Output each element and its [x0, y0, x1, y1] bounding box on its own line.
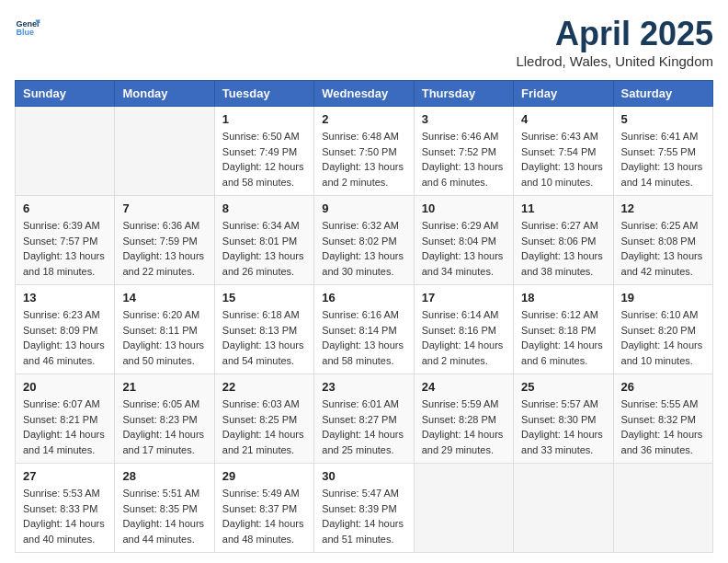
- calendar-cell: 15Sunrise: 6:18 AMSunset: 8:13 PMDayligh…: [214, 285, 313, 374]
- logo: General Blue: [15, 15, 40, 40]
- day-number: 9: [322, 201, 405, 215]
- day-number: 18: [521, 291, 605, 304]
- calendar-cell: 5Sunrise: 6:41 AMSunset: 7:55 PMDaylight…: [613, 107, 712, 196]
- logo-icon: General Blue: [15, 15, 40, 40]
- day-info: Sunrise: 6:46 AMSunset: 7:52 PMDaylight:…: [422, 129, 506, 190]
- calendar-cell: [613, 464, 712, 553]
- day-number: 6: [23, 201, 107, 215]
- calendar-cell: [514, 464, 613, 553]
- calendar-cell: 7Sunrise: 6:36 AMSunset: 7:59 PMDaylight…: [115, 196, 214, 285]
- calendar-week-row: 20Sunrise: 6:07 AMSunset: 8:21 PMDayligh…: [16, 374, 713, 464]
- day-number: 20: [23, 380, 107, 394]
- calendar-cell: 6Sunrise: 6:39 AMSunset: 7:57 PMDaylight…: [16, 196, 115, 285]
- calendar-cell: 9Sunrise: 6:32 AMSunset: 8:02 PMDaylight…: [314, 196, 414, 285]
- day-info: Sunrise: 5:59 AMSunset: 8:28 PMDaylight:…: [422, 396, 506, 457]
- calendar-cell: 30Sunrise: 5:47 AMSunset: 8:39 PMDayligh…: [314, 464, 414, 553]
- day-number: 22: [222, 380, 306, 394]
- calendar-week-row: 1Sunrise: 6:50 AMSunset: 7:49 PMDaylight…: [16, 107, 713, 196]
- title-block: April 2025 Lledrod, Wales, United Kingdo…: [516, 15, 713, 69]
- day-number: 13: [23, 291, 107, 304]
- calendar-cell: 27Sunrise: 5:53 AMSunset: 8:33 PMDayligh…: [16, 464, 115, 553]
- calendar-cell: 22Sunrise: 6:03 AMSunset: 8:25 PMDayligh…: [214, 374, 313, 464]
- day-number: 16: [322, 291, 405, 304]
- calendar-cell: 16Sunrise: 6:16 AMSunset: 8:14 PMDayligh…: [314, 285, 414, 374]
- day-info: Sunrise: 6:20 AMSunset: 8:11 PMDaylight:…: [122, 307, 206, 368]
- day-number: 17: [422, 291, 506, 304]
- weekday-header-monday: Monday: [115, 81, 214, 107]
- calendar-cell: 3Sunrise: 6:46 AMSunset: 7:52 PMDaylight…: [414, 107, 513, 196]
- day-number: 24: [422, 380, 506, 394]
- location: Lledrod, Wales, United Kingdom: [516, 53, 713, 69]
- calendar-cell: 11Sunrise: 6:27 AMSunset: 8:06 PMDayligh…: [514, 196, 613, 285]
- weekday-header-wednesday: Wednesday: [314, 81, 414, 107]
- calendar-cell: 12Sunrise: 6:25 AMSunset: 8:08 PMDayligh…: [613, 196, 712, 285]
- day-info: Sunrise: 6:29 AMSunset: 8:04 PMDaylight:…: [422, 218, 506, 279]
- calendar-table: SundayMondayTuesdayWednesdayThursdayFrid…: [15, 80, 713, 553]
- day-info: Sunrise: 6:43 AMSunset: 7:54 PMDaylight:…: [521, 129, 605, 190]
- day-number: 19: [621, 291, 705, 304]
- day-info: Sunrise: 6:32 AMSunset: 8:02 PMDaylight:…: [322, 218, 405, 279]
- day-number: 23: [322, 380, 405, 394]
- calendar-cell: 10Sunrise: 6:29 AMSunset: 8:04 PMDayligh…: [414, 196, 513, 285]
- calendar-cell: 1Sunrise: 6:50 AMSunset: 7:49 PMDaylight…: [214, 107, 313, 196]
- calendar-cell: [414, 464, 513, 553]
- page-header: General Blue April 2025 Lledrod, Wales, …: [15, 15, 713, 69]
- day-number: 10: [422, 201, 506, 215]
- day-number: 1: [222, 112, 306, 126]
- day-number: 21: [122, 380, 206, 394]
- weekday-header-sunday: Sunday: [16, 81, 115, 107]
- day-number: 30: [322, 469, 405, 483]
- day-number: 26: [621, 380, 705, 394]
- day-number: 8: [222, 201, 306, 215]
- calendar-cell: 8Sunrise: 6:34 AMSunset: 8:01 PMDaylight…: [214, 196, 313, 285]
- day-info: Sunrise: 6:48 AMSunset: 7:50 PMDaylight:…: [322, 129, 405, 190]
- calendar-cell: 23Sunrise: 6:01 AMSunset: 8:27 PMDayligh…: [314, 374, 414, 464]
- day-info: Sunrise: 6:18 AMSunset: 8:13 PMDaylight:…: [222, 307, 306, 368]
- day-info: Sunrise: 5:47 AMSunset: 8:39 PMDaylight:…: [322, 486, 405, 546]
- day-number: 15: [222, 291, 306, 304]
- day-info: Sunrise: 6:12 AMSunset: 8:18 PMDaylight:…: [521, 307, 605, 368]
- day-info: Sunrise: 6:16 AMSunset: 8:14 PMDaylight:…: [322, 307, 405, 368]
- calendar-week-row: 6Sunrise: 6:39 AMSunset: 7:57 PMDaylight…: [16, 196, 713, 285]
- day-info: Sunrise: 6:41 AMSunset: 7:55 PMDaylight:…: [621, 129, 705, 190]
- day-info: Sunrise: 6:10 AMSunset: 8:20 PMDaylight:…: [621, 307, 705, 368]
- day-info: Sunrise: 6:03 AMSunset: 8:25 PMDaylight:…: [222, 396, 306, 457]
- weekday-header-tuesday: Tuesday: [214, 81, 313, 107]
- day-info: Sunrise: 6:07 AMSunset: 8:21 PMDaylight:…: [23, 396, 107, 457]
- calendar-cell: 4Sunrise: 6:43 AMSunset: 7:54 PMDaylight…: [514, 107, 613, 196]
- day-number: 4: [521, 112, 605, 126]
- day-number: 5: [621, 112, 705, 126]
- day-number: 25: [521, 380, 605, 394]
- day-info: Sunrise: 5:57 AMSunset: 8:30 PMDaylight:…: [521, 396, 605, 457]
- calendar-cell: [115, 107, 214, 196]
- day-number: 14: [122, 291, 206, 304]
- day-info: Sunrise: 6:36 AMSunset: 7:59 PMDaylight:…: [122, 218, 206, 279]
- calendar-week-row: 27Sunrise: 5:53 AMSunset: 8:33 PMDayligh…: [16, 464, 713, 553]
- day-number: 12: [621, 201, 705, 215]
- day-number: 11: [521, 201, 605, 215]
- day-number: 3: [422, 112, 506, 126]
- day-info: Sunrise: 6:05 AMSunset: 8:23 PMDaylight:…: [122, 396, 206, 457]
- weekday-header-saturday: Saturday: [613, 81, 712, 107]
- calendar-cell: 18Sunrise: 6:12 AMSunset: 8:18 PMDayligh…: [514, 285, 613, 374]
- day-number: 29: [222, 469, 306, 483]
- day-info: Sunrise: 5:55 AMSunset: 8:32 PMDaylight:…: [621, 396, 705, 457]
- calendar-cell: 24Sunrise: 5:59 AMSunset: 8:28 PMDayligh…: [414, 374, 513, 464]
- calendar-cell: 26Sunrise: 5:55 AMSunset: 8:32 PMDayligh…: [613, 374, 712, 464]
- calendar-cell: 28Sunrise: 5:51 AMSunset: 8:35 PMDayligh…: [115, 464, 214, 553]
- calendar-cell: 14Sunrise: 6:20 AMSunset: 8:11 PMDayligh…: [115, 285, 214, 374]
- day-info: Sunrise: 6:39 AMSunset: 7:57 PMDaylight:…: [23, 218, 107, 279]
- day-number: 28: [122, 469, 206, 483]
- calendar-cell: 17Sunrise: 6:14 AMSunset: 8:16 PMDayligh…: [414, 285, 513, 374]
- day-info: Sunrise: 6:01 AMSunset: 8:27 PMDaylight:…: [322, 396, 405, 457]
- day-info: Sunrise: 6:27 AMSunset: 8:06 PMDaylight:…: [521, 218, 605, 279]
- day-info: Sunrise: 6:25 AMSunset: 8:08 PMDaylight:…: [621, 218, 705, 279]
- month-title: April 2025: [516, 15, 713, 53]
- calendar-cell: [16, 107, 115, 196]
- calendar-cell: 29Sunrise: 5:49 AMSunset: 8:37 PMDayligh…: [214, 464, 313, 553]
- day-info: Sunrise: 6:23 AMSunset: 8:09 PMDaylight:…: [23, 307, 107, 368]
- weekday-header-row: SundayMondayTuesdayWednesdayThursdayFrid…: [16, 81, 713, 107]
- calendar-cell: 13Sunrise: 6:23 AMSunset: 8:09 PMDayligh…: [16, 285, 115, 374]
- day-number: 27: [23, 469, 107, 483]
- svg-text:Blue: Blue: [16, 28, 34, 37]
